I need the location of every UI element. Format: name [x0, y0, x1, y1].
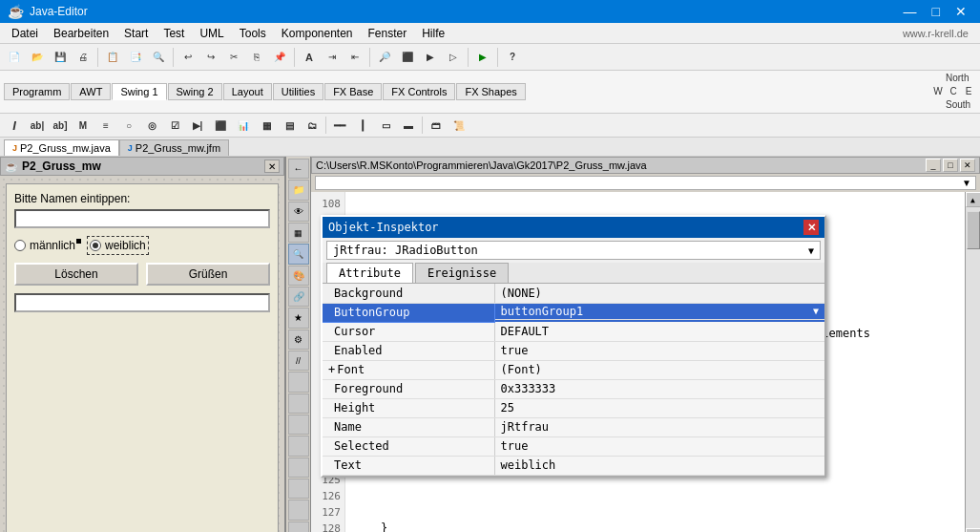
- radio-maennlich-circle[interactable]: [14, 240, 26, 251]
- side-icon-settings[interactable]: ⚙: [288, 330, 309, 350]
- inspector-val-enabled[interactable]: true: [494, 341, 824, 360]
- menu-test[interactable]: Test: [156, 25, 192, 42]
- inspector-row-font[interactable]: +Font (Font): [323, 360, 824, 379]
- form-input-field[interactable]: [14, 209, 270, 228]
- editor-max-button[interactable]: □: [943, 159, 958, 172]
- sw-btn-2[interactable]: ab]: [50, 115, 71, 136]
- buttongroup-dropdown-icon[interactable]: ▼: [813, 306, 819, 316]
- menu-fenster[interactable]: Fenster: [361, 25, 415, 42]
- radio-maennlich[interactable]: männlich: [14, 239, 75, 252]
- tab-jfm-file[interactable]: J P2_Gruss_mw.jfm: [119, 139, 229, 156]
- scroll-thumb[interactable]: [967, 211, 980, 249]
- inspector-val-name[interactable]: jRtfrau: [494, 417, 824, 436]
- side-icon-eye[interactable]: 👁: [288, 202, 309, 222]
- tb-btn-3[interactable]: 🔍: [148, 47, 169, 68]
- tb-btn-6[interactable]: ⇥: [322, 47, 343, 68]
- tb-btn-7[interactable]: ⇤: [344, 47, 365, 68]
- close-button[interactable]: ✕: [949, 4, 972, 19]
- sw-btn-14[interactable]: ┃: [352, 115, 373, 136]
- radio-weiblich[interactable]: weiblich: [87, 236, 149, 255]
- tab-fxbase[interactable]: FX Base: [324, 83, 382, 100]
- inspector-row-cursor[interactable]: Cursor DEFAULT: [323, 322, 824, 341]
- inspector-tab-attribute[interactable]: Attribute: [326, 263, 413, 283]
- sw-btn-11[interactable]: ▤: [279, 115, 300, 136]
- inspector-tab-ereignisse[interactable]: Ereignisse: [415, 263, 509, 283]
- inspector-row-enabled[interactable]: Enabled true: [323, 341, 824, 360]
- menu-bearbeiten[interactable]: Bearbeiten: [46, 25, 116, 42]
- inspector-row-selected[interactable]: Selected true: [323, 436, 824, 456]
- tb-btn-11[interactable]: ▷: [443, 47, 464, 68]
- sw-btn-7[interactable]: ▶|: [187, 115, 208, 136]
- tb-help-btn[interactable]: ?: [502, 47, 523, 68]
- new-button[interactable]: 📄: [4, 47, 25, 68]
- inspector-close-button[interactable]: ✕: [803, 220, 819, 235]
- sw-btn-check[interactable]: ☑: [164, 115, 185, 136]
- sw-btn-13[interactable]: ━━: [329, 115, 350, 136]
- minimize-button[interactable]: —: [898, 4, 923, 19]
- tab-java-file[interactable]: J P2_Gruss_mw.java: [4, 139, 119, 156]
- sw-btn-8[interactable]: ⬛: [210, 115, 231, 136]
- menu-hilfe[interactable]: Hilfe: [414, 25, 452, 42]
- sw-btn-4[interactable]: ≡: [95, 115, 116, 136]
- sw-btn-6[interactable]: ◎: [141, 115, 162, 136]
- inspector-row-background[interactable]: Background (NONE): [323, 284, 824, 303]
- side-icon-star[interactable]: ★: [288, 308, 309, 328]
- tab-programm[interactable]: Programm: [4, 83, 70, 100]
- tab-swing2[interactable]: Swing 2: [168, 83, 222, 100]
- inspector-row-height[interactable]: Height 25: [323, 398, 824, 417]
- gruessen-button[interactable]: Grüßen: [146, 263, 270, 286]
- menu-datei[interactable]: Datei: [4, 25, 46, 42]
- inspector-val-buttongroup[interactable]: buttonGroup1 ▼: [495, 304, 825, 320]
- tab-layout[interactable]: Layout: [223, 83, 272, 100]
- menu-start[interactable]: Start: [116, 25, 156, 42]
- sw-btn-18[interactable]: 📜: [448, 115, 469, 136]
- inspector-val-background[interactable]: (NONE): [494, 284, 824, 303]
- inspector-val-foreground[interactable]: 0x333333: [494, 379, 824, 398]
- menu-tools[interactable]: Tools: [232, 25, 274, 42]
- menu-komponenten[interactable]: Komponenten: [274, 25, 361, 42]
- side-icon-folder[interactable]: 📁: [288, 180, 309, 200]
- tb-run-btn[interactable]: ▶: [472, 47, 493, 68]
- sw-btn-17[interactable]: 🗃: [426, 115, 447, 136]
- sw-btn-10[interactable]: ▦: [256, 115, 277, 136]
- editor-close-button[interactable]: ✕: [960, 159, 975, 172]
- tb-a-btn[interactable]: A: [299, 47, 320, 68]
- radio-weiblich-circle[interactable]: [90, 240, 101, 251]
- sw-btn-1[interactable]: ab|: [27, 115, 48, 136]
- tab-fxcontrols[interactable]: FX Controls: [383, 83, 455, 100]
- inspector-row-buttongroup[interactable]: ButtonGroup buttonGroup1 ▼: [323, 303, 824, 322]
- sw-btn-15[interactable]: ▭: [375, 115, 396, 136]
- scroll-up-arrow[interactable]: ▲: [966, 192, 981, 207]
- inspector-row-name[interactable]: Name jRtfrau: [323, 417, 824, 436]
- inspector-val-selected[interactable]: true: [494, 436, 824, 456]
- tb-btn-9[interactable]: ⬛: [397, 47, 418, 68]
- tab-fxshapes[interactable]: FX Shapes: [456, 83, 525, 100]
- sw-btn-italic[interactable]: I: [4, 115, 25, 136]
- tab-utilities[interactable]: Utilities: [273, 83, 323, 100]
- side-icon-inspector[interactable]: 🔍: [288, 244, 309, 264]
- editor-min-button[interactable]: _: [926, 159, 941, 172]
- sw-btn-12[interactable]: 🗂: [302, 115, 323, 136]
- tb-btn-10[interactable]: ▶: [420, 47, 441, 68]
- sw-btn-16[interactable]: ▬: [398, 115, 419, 136]
- copy-button[interactable]: ⎘: [246, 47, 267, 68]
- print-button[interactable]: 🖨: [73, 47, 94, 68]
- code-dropdown[interactable]: ▼: [315, 176, 976, 190]
- code-scrollbar[interactable]: ▲ ▼: [965, 192, 980, 532]
- save-button[interactable]: 💾: [50, 47, 71, 68]
- inspector-val-font[interactable]: (Font): [494, 360, 824, 379]
- inspector-row-text[interactable]: Text weiblich: [323, 456, 824, 475]
- tb-btn-5[interactable]: ↪: [200, 47, 221, 68]
- inspector-selector-dropdown[interactable]: jRtfrau: JRadioButton ▼: [326, 241, 821, 260]
- panel-close-button[interactable]: ✕: [264, 160, 280, 173]
- inspector-row-foreground[interactable]: Foreground 0x333333: [323, 379, 824, 398]
- tb-btn-1[interactable]: 📋: [102, 47, 123, 68]
- side-icon-comment[interactable]: //: [288, 351, 309, 371]
- sw-btn-3[interactable]: M: [73, 115, 94, 136]
- maximize-button[interactable]: □: [927, 4, 946, 19]
- tab-swing1[interactable]: Swing 1: [112, 83, 166, 100]
- side-icon-link[interactable]: 🔗: [288, 287, 309, 307]
- inspector-val-height[interactable]: 25: [494, 398, 824, 417]
- sw-btn-5[interactable]: ○: [118, 115, 139, 136]
- form-output-field[interactable]: [14, 293, 270, 312]
